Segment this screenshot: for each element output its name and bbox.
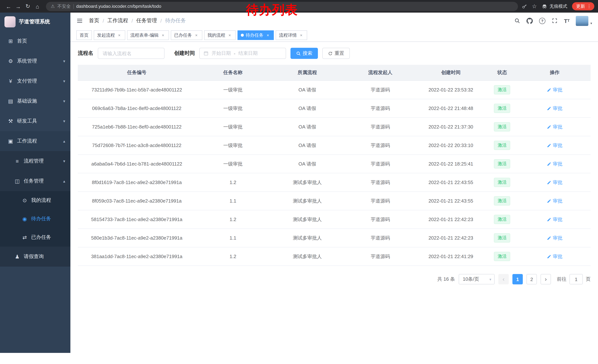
approve-link[interactable]: 审批 [547, 123, 562, 130]
task-management-icon: ◫ [14, 178, 20, 184]
sidebar-item-home[interactable]: ⊞ 首页 [0, 31, 70, 51]
approve-link[interactable]: 审批 [547, 198, 562, 204]
sidebar-item-leave-query[interactable]: ♟ 请假查询 [0, 247, 70, 267]
cell-task-name: 1.1 [196, 229, 270, 247]
sidebar-item-system-management[interactable]: ⚙ 系统管理 ▾ [0, 51, 70, 71]
page-button-2[interactable]: 2 [526, 274, 537, 284]
close-tab-icon[interactable]: × [265, 32, 270, 38]
avatar-caret-icon[interactable]: ▾ [590, 22, 592, 25]
tab-process-form-edit[interactable]: 流程表单-编辑 × [127, 30, 169, 40]
user-avatar[interactable] [576, 16, 589, 26]
app-logo-row[interactable]: 芋道管理系统 [0, 13, 70, 31]
calendar-icon [203, 51, 208, 56]
tab-label: 流程详情 [279, 32, 297, 38]
breadcrumb-separator: / [132, 18, 133, 24]
cell-actions: 审批 [519, 155, 590, 173]
reset-button[interactable]: 重置 [322, 48, 350, 59]
collapse-sidebar-button[interactable] [76, 17, 83, 24]
close-tab-icon[interactable]: × [299, 32, 304, 38]
dashboard-icon: ⊞ [8, 38, 14, 44]
cell-initiator: 芋道源码 [344, 173, 416, 192]
next-page-button[interactable]: › [540, 274, 551, 284]
sidebar-item-process-management[interactable]: ≡ 流程管理 ▾ [0, 151, 70, 171]
header-actions: ? TT ▾ [514, 16, 592, 26]
col-task-name: 任务名称 [196, 65, 270, 81]
edit-icon [547, 180, 551, 185]
sidebar-item-payment-management[interactable]: ¥ 支付管理 ▾ [0, 71, 70, 91]
password-key-icon[interactable] [522, 4, 527, 9]
sidebar-item-task-management[interactable]: ◫ 任务管理 ▴ [0, 171, 70, 191]
approve-link[interactable]: 审批 [547, 235, 562, 241]
cell-created: 2022-01-21 22:42:23 [416, 229, 486, 247]
cell-initiator: 芋道源码 [344, 118, 416, 136]
browser-back-button[interactable]: ← [4, 1, 13, 11]
table-row: 069c6a63-7b8a-11ec-8ef0-acde48001122 一级审… [78, 99, 590, 118]
browser-menu-dots-icon[interactable]: ⋮ [587, 4, 591, 9]
chevron-down-icon: ▾ [63, 99, 65, 104]
approve-link[interactable]: 审批 [547, 161, 562, 167]
github-icon[interactable] [526, 18, 533, 24]
fullscreen-icon[interactable] [552, 18, 558, 24]
tab-home[interactable]: 首页 [76, 30, 92, 40]
cell-status: 激活 [485, 210, 519, 229]
goto-page-input[interactable] [569, 274, 583, 284]
tab-my-process[interactable]: 我的流程 × [204, 30, 236, 40]
cell-process: OA 请假 [270, 99, 344, 118]
sidebar-item-label: 我的流程 [31, 197, 51, 204]
sidebar-item-infrastructure[interactable]: ▤ 基础设施 ▾ [0, 91, 70, 111]
cell-initiator: 芋道源码 [344, 155, 416, 173]
prev-page-button[interactable]: ‹ [498, 274, 509, 284]
sidebar-item-label: 支付管理 [17, 78, 37, 84]
tab-initiate-process[interactable]: 发起流程 × [94, 30, 125, 40]
approve-link[interactable]: 审批 [547, 253, 562, 260]
create-time-label: 创建时间 [174, 50, 195, 57]
browser-forward-button[interactable]: → [13, 1, 23, 11]
sidebar-item-my-process[interactable]: ⊙ 我的流程 [0, 191, 70, 210]
browser-home-button[interactable]: ⌂ [33, 1, 42, 11]
cell-task-name: 一级审批 [196, 118, 270, 136]
col-process: 所属流程 [270, 65, 344, 81]
address-bar[interactable]: ⚠ 不安全 dashboard.yudao.iocoder.cn/bpm/tas… [46, 2, 518, 11]
breadcrumb-item-task-management[interactable]: 任务管理 [136, 17, 157, 24]
page-size-select[interactable]: 10条/页 ▾ [459, 274, 495, 284]
chevron-down-icon: ▾ [63, 159, 65, 163]
active-tab-dot [241, 34, 244, 37]
close-tab-icon[interactable]: × [194, 32, 199, 38]
todo-task-icon: ◉ [22, 216, 28, 222]
tab-todo-task[interactable]: 待办任务 × [238, 30, 274, 40]
approve-link[interactable]: 审批 [547, 105, 562, 112]
sidebar-item-label: 流程管理 [24, 158, 44, 164]
chevron-down-icon: ▾ [490, 277, 491, 281]
approve-link[interactable]: 审批 [547, 87, 562, 93]
font-size-icon[interactable]: TT [564, 18, 570, 24]
search-button[interactable]: 搜索 [291, 48, 318, 59]
page-button-1[interactable]: 1 [512, 274, 523, 284]
sidebar-item-todo-task[interactable]: ◉ 待办任务 [0, 210, 70, 228]
approve-link[interactable]: 审批 [547, 216, 562, 223]
sidebar-item-done-task[interactable]: ⇄ 已办任务 [0, 228, 70, 247]
help-icon[interactable]: ? [539, 18, 545, 24]
date-range-picker[interactable]: 开始日期 - 结束日期 [199, 48, 286, 59]
close-tab-icon[interactable]: × [227, 32, 232, 38]
search-icon[interactable] [514, 18, 520, 24]
sidebar-item-dev-tools[interactable]: ⚒ 研发工具 ▾ [0, 111, 70, 131]
tab-done-task[interactable]: 已办任务 × [171, 30, 202, 40]
tab-process-detail[interactable]: 流程详情 × [276, 30, 307, 40]
breadcrumb-item-workflow[interactable]: 工作流程 [108, 17, 128, 24]
process-name-input[interactable] [98, 48, 165, 59]
bookmark-star-icon[interactable]: ☆ [532, 3, 537, 10]
breadcrumb-item-todo-task: 待办任务 [165, 17, 186, 24]
cell-status: 激活 [485, 155, 519, 173]
breadcrumb-item-home[interactable]: 首页 [89, 17, 99, 24]
my-process-icon: ⊙ [22, 197, 28, 203]
approve-link[interactable]: 审批 [547, 142, 562, 149]
sidebar-item-workflow[interactable]: ▣ 工作流程 ▴ [0, 131, 70, 151]
close-tab-icon[interactable]: × [160, 32, 166, 38]
update-button[interactable]: 更新 ⋮ [572, 2, 594, 10]
browser-reload-button[interactable]: ↻ [23, 1, 33, 11]
table-row: a6aba0a4-7b6d-11ec-b781-acde48001122 一级审… [78, 155, 590, 173]
edit-icon [547, 199, 551, 203]
close-tab-icon[interactable]: × [117, 32, 122, 38]
approve-link[interactable]: 审批 [547, 179, 562, 186]
table-row: 75d72608-7b7f-11ec-a3c8-acde48001122 一级审… [78, 136, 590, 155]
